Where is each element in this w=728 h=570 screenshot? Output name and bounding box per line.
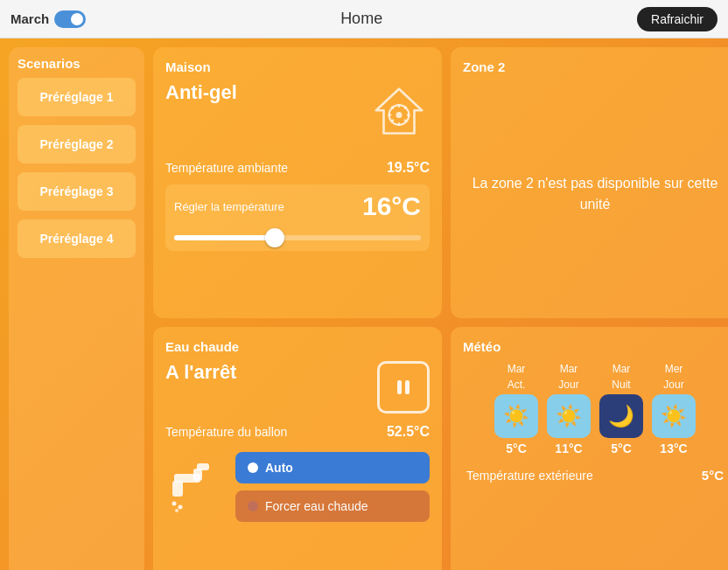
auto-label: Auto [265, 461, 293, 475]
pause-icon-wrap [377, 361, 430, 414]
refresh-button[interactable]: Rafraichir [637, 7, 718, 31]
meteo-day-0-label1: Mar [508, 363, 526, 375]
ambient-label: Température ambiante [165, 161, 288, 175]
meteo-day-0-label2: Act. [508, 379, 526, 391]
meteo-temp-1: 11°C [555, 441, 582, 455]
pause-icon [389, 373, 417, 401]
header: March Home Rafraichir [0, 0, 728, 38]
scenario-btn-3[interactable]: Préréglage 3 [18, 172, 136, 211]
zone2-title: Zone 2 [463, 59, 727, 74]
auto-button[interactable]: Auto [235, 452, 430, 483]
meteo-day-3-label1: Mer [665, 363, 683, 375]
meteo-title: Météo [463, 339, 727, 354]
meteo-day-2-label1: Mar [612, 363, 631, 375]
meteo-days: Mar Act. ☀️ 5°C Mar Jour ☀️ 11°C Mar Nui… [463, 363, 727, 455]
eau-panel: Eau chaude A l'arrêt Température du ball… [153, 327, 442, 570]
meteo-day-2: Mar Nuit 🌙 5°C [599, 363, 643, 455]
svg-rect-14 [197, 463, 209, 470]
scenarios-panel: Scenarios Préréglage 1 Préréglage 2 Prér… [9, 47, 144, 570]
scenario-btn-4[interactable]: Préréglage 4 [18, 219, 136, 258]
eau-title: Eau chaude [165, 339, 430, 354]
eau-controls: Auto Forcer eau chaude [165, 452, 430, 522]
meteo-icon-1: ☀️ [547, 394, 591, 438]
zone2-message: La zone 2 n'est pas disponible sur cette… [463, 81, 727, 306]
eau-mode: A l'arrêt [165, 361, 236, 384]
meteo-ext-label: Température extérieure [466, 469, 593, 483]
svg-point-9 [396, 112, 402, 118]
month-toggle[interactable] [54, 10, 86, 28]
main-grid: Scenarios Préréglage 1 Préréglage 2 Prér… [0, 38, 728, 570]
meteo-temp-3: 13°C [660, 441, 687, 455]
zone2-panel: Zone 2 La zone 2 n'est pas disponible su… [451, 47, 728, 318]
meteo-panel: Météo Mar Act. ☀️ 5°C Mar Jour ☀️ 11°C M… [451, 327, 728, 570]
meteo-icon-3: ☀️ [652, 394, 696, 438]
eau-temp-row: Température du ballon 52.5°C [165, 424, 430, 440]
svg-point-18 [175, 509, 178, 512]
maison-mode: Anti-gel [165, 81, 237, 104]
meteo-day-1: Mar Jour ☀️ 11°C [547, 363, 591, 455]
page-title: Home [340, 10, 382, 28]
maison-header: Anti-gel [165, 81, 430, 142]
meteo-day-2-label2: Nuit [612, 379, 630, 391]
meteo-temp-0: 5°C [506, 441, 527, 455]
temp-slider-wrap [174, 228, 421, 244]
scenarios-title: Scenarios [18, 56, 136, 71]
maison-panel: Maison Anti-gel Température ambiante 19.… [153, 47, 442, 318]
ambient-value: 19.5°C [387, 160, 430, 176]
house-icon [368, 81, 430, 142]
svg-rect-15 [172, 481, 183, 497]
svg-line-6 [405, 120, 406, 121]
faucet-icon [165, 455, 227, 519]
set-temp-section: Régler la température 16°C [165, 184, 430, 251]
meteo-day-3: Mer Jour ☀️ 13°C [652, 363, 696, 455]
eau-buttons: Auto Forcer eau chaude [235, 452, 430, 522]
faucet-svg [165, 455, 227, 516]
svg-line-7 [405, 108, 406, 108]
meteo-day-1-label2: Jour [558, 379, 578, 391]
svg-point-16 [172, 502, 177, 506]
svg-point-17 [178, 505, 183, 510]
maison-title: Maison [165, 59, 430, 74]
svg-rect-10 [397, 380, 402, 394]
svg-line-5 [392, 108, 393, 108]
force-label: Forcer eau chaude [265, 499, 368, 513]
set-temp-value: 16°C [362, 191, 421, 221]
svg-line-8 [392, 120, 393, 121]
toggle-label: March [10, 11, 49, 26]
meteo-day-1-label1: Mar [560, 363, 578, 375]
meteo-day-3-label2: Jour [663, 379, 683, 391]
set-temp-label: Régler la température [174, 200, 284, 213]
eau-temp-label: Température du ballon [165, 425, 287, 439]
meteo-temp-2: 5°C [611, 441, 632, 455]
meteo-ext-value: 5°C [702, 468, 724, 483]
temp-slider[interactable] [174, 235, 421, 240]
set-temp-row: Régler la température 16°C [174, 191, 421, 221]
eau-header: A l'arrêt [165, 361, 430, 414]
scenario-btn-2[interactable]: Préréglage 2 [18, 125, 136, 163]
svg-rect-11 [405, 380, 410, 394]
meteo-day-0: Mar Act. ☀️ 5°C [494, 363, 538, 455]
toggle-wrap: March [10, 10, 86, 28]
svg-rect-13 [193, 469, 202, 481]
eau-temp-value: 52.5°C [387, 424, 430, 440]
ambient-temp-row: Température ambiante 19.5°C [165, 160, 430, 176]
meteo-icon-2: 🌙 [599, 394, 643, 438]
scenario-btn-1[interactable]: Préréglage 1 [18, 78, 136, 116]
meteo-ext-row: Température extérieure 5°C [463, 468, 727, 483]
meteo-icon-0: ☀️ [494, 394, 538, 438]
force-button[interactable]: Forcer eau chaude [235, 490, 430, 522]
